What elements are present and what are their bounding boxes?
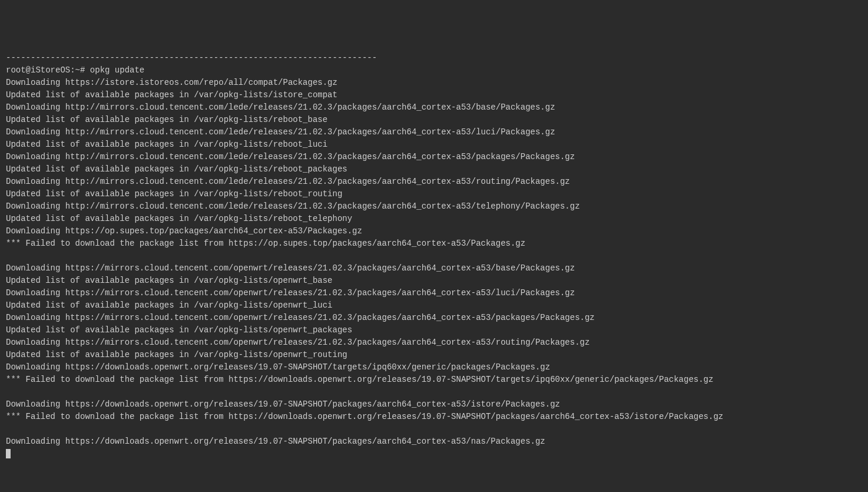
terminal-line: Downloading http://mirrors.cloud.tencent… bbox=[6, 200, 862, 213]
terminal-line: Updated list of available packages in /v… bbox=[6, 138, 862, 151]
terminal-line: Updated list of available packages in /v… bbox=[6, 89, 862, 101]
terminal-line: Updated list of available packages in /v… bbox=[6, 188, 862, 200]
terminal-line bbox=[6, 250, 862, 262]
terminal-line: Downloading https://downloads.openwrt.or… bbox=[6, 361, 862, 374]
terminal-line: Updated list of available packages in /v… bbox=[6, 114, 862, 126]
terminal-line bbox=[6, 423, 862, 435]
terminal-line: Updated list of available packages in /v… bbox=[6, 213, 862, 225]
terminal-line: root@iStoreOS:~# opkg update bbox=[6, 64, 862, 77]
terminal-line: Downloading https://op.supes.top/package… bbox=[6, 225, 862, 237]
terminal-line: Downloading https://mirrors.cloud.tencen… bbox=[6, 262, 862, 275]
terminal-line: Downloading https://downloads.openwrt.or… bbox=[6, 435, 862, 448]
terminal-line: Updated list of available packages in /v… bbox=[6, 324, 862, 336]
terminal-line: Updated list of available packages in /v… bbox=[6, 275, 862, 287]
terminal-output[interactable]: ----------------------------------------… bbox=[6, 52, 862, 448]
terminal-line: Updated list of available packages in /v… bbox=[6, 299, 862, 312]
terminal-window[interactable]: { "terminal": { "lines": [ "------------… bbox=[0, 0, 868, 492]
terminal-line: *** Failed to download the package list … bbox=[6, 411, 862, 423]
terminal-line: Downloading https://mirrors.cloud.tencen… bbox=[6, 336, 862, 349]
terminal-line: Updated list of available packages in /v… bbox=[6, 349, 862, 361]
terminal-line: Downloading https://downloads.openwrt.or… bbox=[6, 398, 862, 411]
terminal-line: Downloading https://mirrors.cloud.tencen… bbox=[6, 312, 862, 324]
terminal-line: Downloading http://mirrors.cloud.tencent… bbox=[6, 101, 862, 114]
terminal-line: Updated list of available packages in /v… bbox=[6, 163, 862, 176]
terminal-line: ----------------------------------------… bbox=[6, 52, 862, 64]
terminal-line: *** Failed to download the package list … bbox=[6, 374, 862, 386]
terminal-cursor bbox=[6, 449, 11, 458]
terminal-line: Downloading http://mirrors.cloud.tencent… bbox=[6, 176, 862, 188]
terminal-line: Downloading http://mirrors.cloud.tencent… bbox=[6, 126, 862, 138]
terminal-line bbox=[6, 386, 862, 398]
terminal-line: Downloading https://istore.istoreos.com/… bbox=[6, 77, 862, 89]
terminal-line: *** Failed to download the package list … bbox=[6, 237, 862, 250]
terminal-line: Downloading https://mirrors.cloud.tencen… bbox=[6, 287, 862, 299]
terminal-line: Downloading http://mirrors.cloud.tencent… bbox=[6, 151, 862, 163]
